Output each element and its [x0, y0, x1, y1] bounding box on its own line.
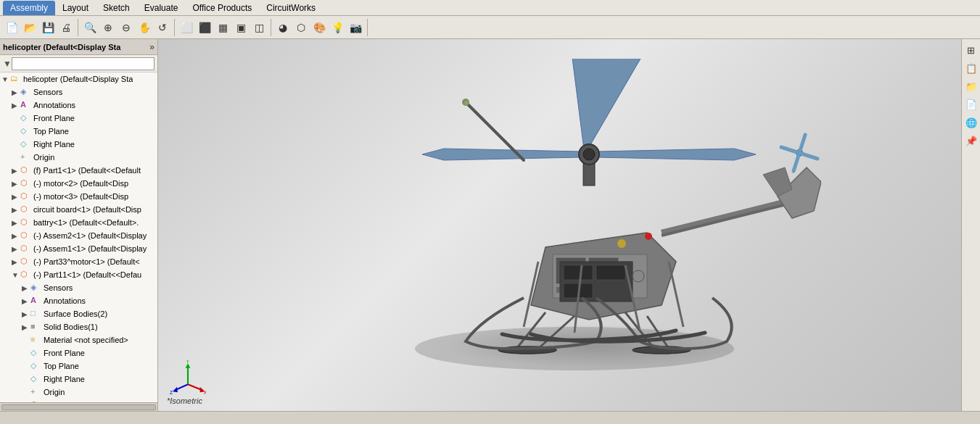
menu-tab-assembly[interactable]: Assembly [3, 1, 55, 15]
tree-toggle[interactable]: ▶ [12, 180, 20, 188]
tree-toggle[interactable]: ▶ [12, 206, 20, 214]
tree-item-icon: ■ [30, 322, 42, 332]
filter-input[interactable] [12, 57, 155, 70]
tree-item[interactable]: ◇Front Plane [0, 112, 157, 125]
toolbar-pan-btn[interactable]: ✋ [136, 19, 153, 36]
tree-item-icon: ⬡ [20, 270, 32, 280]
tree-item[interactable]: ▼⬡(-) Part11<1> (Default<<Defau [0, 268, 157, 281]
tree-toggle[interactable]: ▼ [1, 75, 10, 83]
tree-item[interactable]: ▶⬡(f) Part1<1> (Default<<Default [0, 164, 157, 177]
right-doc-btn[interactable]: 📄 [963, 96, 979, 112]
tree-toggle[interactable]: ▶ [12, 88, 20, 96]
tree-item-label: Front Plane [33, 114, 75, 122]
tree-item[interactable]: ◇Top Plane [0, 125, 157, 138]
tree-item[interactable]: ▶⬡circuit board<1> (Default<Disp [0, 203, 157, 216]
tree-item-label: Origin [44, 388, 65, 396]
tree-item[interactable]: ≡Material <not specified> [0, 333, 157, 346]
toolbar-save-btn[interactable]: 💾 [39, 19, 57, 36]
toolbar-rotate-btn[interactable]: ↺ [154, 19, 171, 36]
filter-bar: ▼ [0, 55, 157, 72]
panel-collapse-btn[interactable]: » [149, 42, 155, 52]
tree-toggle[interactable]: ▶ [12, 101, 20, 109]
toolbar-zoom-fit-btn[interactable]: 🔍 [81, 19, 99, 36]
tree-item[interactable]: ◇Right Plane [0, 373, 157, 386]
tree-item[interactable]: ▶AAnnotations [0, 99, 157, 112]
toolbar-view4-btn[interactable]: ▣ [232, 19, 250, 36]
filter-icon: ▼ [3, 59, 12, 69]
right-folder-btn[interactable]: 📁 [963, 78, 979, 94]
tree-toggle[interactable]: ▶ [22, 297, 30, 305]
tree-toggle[interactable]: ▶ [12, 219, 20, 227]
right-globe-btn[interactable]: 🌐 [963, 115, 979, 130]
tree-item-icon: ◈ [20, 87, 32, 97]
tree-toggle[interactable]: ▶ [22, 323, 30, 331]
tree-item-label: helicopter (Default<Display Sta [23, 75, 133, 83]
toolbar-zoom-out-btn[interactable]: ⊖ [118, 19, 135, 36]
toolbar-open-btn[interactable]: 📂 [21, 19, 38, 36]
tree-item[interactable]: ◇Top Plane [0, 359, 157, 373]
toolbar-view3-btn[interactable]: ▦ [214, 19, 231, 36]
toolbar-color-btn[interactable]: 🎨 [310, 19, 328, 36]
toolbar-zoom-in-btn[interactable]: ⊕ [99, 19, 117, 36]
menu-tab-sketch[interactable]: Sketch [96, 1, 137, 15]
tree-item-icon: ⬡ [20, 191, 32, 201]
tree-item[interactable]: ▶⬡(-) Part33^motor<1> (Default< [0, 255, 157, 268]
tree-item[interactable]: ◇Right Plane [0, 138, 157, 151]
tree-toggle[interactable]: ▶ [12, 232, 20, 240]
tree-item-icon: + [30, 387, 42, 397]
tree-item[interactable]: ▶◈Sensors [0, 281, 157, 294]
toolbar-camera-btn[interactable]: 📷 [347, 19, 364, 36]
toolbar-new-btn[interactable]: 📄 [3, 19, 20, 36]
tree-item[interactable]: +Origin [0, 151, 157, 164]
toolbar-view2-btn[interactable]: ⬛ [196, 19, 213, 36]
tree-item-label: Surface Bodies(2) [44, 309, 107, 318]
tree-item[interactable]: ▼🗂helicopter (Default<Display Sta [0, 72, 157, 86]
right-pin-btn[interactable]: 📌 [963, 133, 979, 149]
menu-tab-circuitworks[interactable]: CircuitWorks [259, 1, 323, 15]
toolbar-light-btn[interactable]: 💡 [329, 19, 346, 36]
tree-toggle[interactable]: ▶ [12, 258, 20, 266]
tree-item-label: (-) Assem2<1> (Default<Display [33, 231, 147, 240]
toolbar-view5-btn[interactable]: ◫ [250, 19, 268, 36]
toolbar-shade-btn[interactable]: ◕ [274, 19, 292, 36]
tree-item-label: (f) Part1<1> (Default<<Default [33, 166, 141, 175]
right-fit-btn[interactable]: ⊞ [963, 42, 979, 58]
svg-rect-12 [564, 265, 593, 280]
tree-item-label: Annotations [33, 101, 75, 109]
tree-item-label: (-) motor<3> (Default<Disp [33, 192, 128, 201]
menu-tab-office-products[interactable]: Office Products [185, 1, 259, 15]
tree-item[interactable]: ▶⬡(-) motor<3> (Default<Disp [0, 190, 157, 203]
tree-item-icon: □ [30, 309, 42, 319]
tree-item-label: Sensors [33, 88, 62, 96]
menu-tab-evaluate[interactable]: Evaluate [137, 1, 186, 15]
tree-item[interactable]: ▶⬡battry<1> (Default<<Default>. [0, 216, 157, 229]
scrollbar-track[interactable] [1, 404, 156, 410]
tree-toggle[interactable]: ▶ [22, 284, 30, 292]
tree-item-label: (-) motor<2> (Default<Disp [33, 179, 128, 188]
tree-item[interactable]: +Origin [0, 386, 157, 399]
tree-item[interactable]: ▶■Solid Bodies(1) [0, 320, 157, 333]
tree-item[interactable]: ◇Front Plane [0, 346, 157, 359]
tree-toggle[interactable]: ▶ [12, 245, 20, 253]
tree-item[interactable]: ▶◈Sensors [0, 86, 157, 99]
toolbar-wire-btn[interactable]: ⬡ [292, 19, 310, 36]
svg-marker-26 [422, 149, 582, 160]
svg-text:X: X [204, 390, 206, 395]
tree-toggle[interactable]: ▶ [22, 310, 30, 318]
panel-scrollbar[interactable] [0, 402, 157, 411]
tree-toggle[interactable]: ▶ [12, 167, 20, 175]
toolbar-view1-btn[interactable]: ⬜ [178, 19, 195, 36]
tree-item[interactable]: ▶⬡(-) Assem2<1> (Default<Display [0, 229, 157, 242]
right-clipboard-btn[interactable]: 📋 [963, 60, 979, 76]
tree-toggle[interactable]: ▶ [12, 193, 20, 201]
menu-tab-layout[interactable]: Layout [55, 1, 96, 15]
viewport[interactable]: Y X Z *Isometric [158, 39, 961, 411]
tree-item-label: Annotations [44, 296, 86, 305]
tree-item[interactable]: ▶AAnnotations [0, 294, 157, 307]
tree-toggle[interactable]: ▼ [12, 271, 20, 279]
toolbar-print-btn[interactable]: 🖨 [57, 19, 75, 36]
tree-item[interactable]: ▶⬡(-) motor<2> (Default<Disp [0, 177, 157, 190]
tree-item-icon: ⬡ [20, 230, 32, 241]
tree-item[interactable]: ▶⬡(-) Assem1<1> (Default<Display [0, 242, 157, 255]
tree-item[interactable]: ▶□Surface Bodies(2) [0, 307, 157, 320]
